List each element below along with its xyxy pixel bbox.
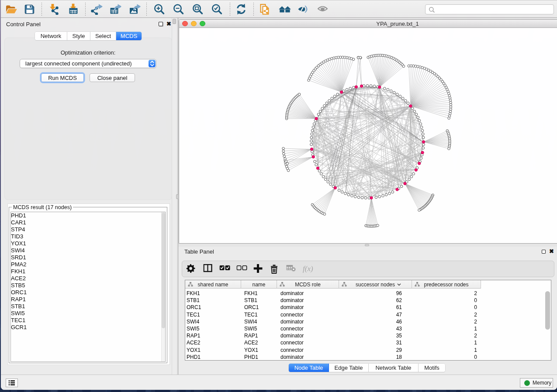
mcds-result-item[interactable]: ORC1 [11,289,166,296]
node-table-scrollbar[interactable] [545,289,550,360]
table-row[interactable]: SWI5SWI5connector431 [185,325,551,332]
table-cell: dominator [277,318,339,325]
mcds-result-item[interactable]: RAP1 [11,296,166,303]
mcds-result-item[interactable]: PHD1 [11,212,166,219]
search-box[interactable] [425,4,554,14]
tab-select[interactable]: Select [90,32,116,40]
copy-style-icon[interactable] [259,3,271,15]
export-table-icon[interactable] [110,3,121,15]
mcds-result-item[interactable]: STP4 [11,226,166,233]
zoom-fit-icon[interactable] [192,3,204,15]
column-header-shared-name[interactable]: shared name [185,280,241,289]
mcds-result-item[interactable]: TEC1 [11,317,166,324]
optimization-criterion-select[interactable]: largest connected component (undirected) [20,59,156,68]
table-row[interactable]: SWI4SWI4dominator462 [185,318,551,325]
destroy-table-icon[interactable] [287,264,298,274]
table-row[interactable]: STB1STB1dominator620 [185,297,551,304]
unselect-all-icon[interactable] [237,264,248,274]
network-graph[interactable] [179,28,557,244]
mcds-result-item[interactable]: FKH1 [11,268,166,275]
columns-icon[interactable] [204,264,214,274]
search-network-icon[interactable] [279,3,291,15]
table-cell: 0 [412,304,481,311]
table-cell: ACE2 [241,339,277,346]
scrollbar-thumb[interactable] [545,291,550,330]
table-float-panel-icon[interactable] [542,250,546,254]
status-bar: Memory [1,375,557,390]
mcds-result-item[interactable]: CAR1 [11,219,166,226]
scrollbar-thumb[interactable] [162,213,165,328]
table-row[interactable]: YOX1YOX1connector291 [185,347,551,354]
zoom-in-icon[interactable] [153,3,165,15]
mcds-result-item[interactable]: TID3 [11,233,166,240]
mcds-result-item[interactable]: STB5 [11,282,166,289]
column-header-successor-nodes[interactable]: successor nodes [339,280,412,289]
column-namespace-icon [280,282,285,287]
run-mcds-button[interactable]: Run MCDS [41,73,84,82]
control-panel-scrollbar[interactable] [172,18,176,375]
task-history-button[interactable] [6,378,18,387]
export-network-icon[interactable] [91,3,103,15]
close-panel-icon[interactable]: ✖ [166,21,171,27]
column-header-predecessor-nodes[interactable]: predecessor nodes [412,280,481,289]
select-all-icon[interactable] [220,264,231,274]
desktop: Control Panel ✖ NetworkStyleSelectMCDS O… [0,0,557,392]
table-row[interactable]: FKH1FKH1dominator962 [185,290,551,297]
import-table-icon[interactable] [68,3,80,15]
scrollbar-thumb[interactable] [173,19,176,24]
table-cell: SWI5 [185,325,241,332]
close-panel-button[interactable]: Close panel [90,73,135,82]
export-image-icon[interactable] [129,3,141,15]
show-all-icon[interactable] [318,3,329,15]
gear-icon[interactable] [187,264,197,274]
mcds-result-item[interactable]: STB1 [11,303,166,310]
toolbar-separator [253,3,254,16]
refresh-icon[interactable] [235,3,247,15]
mcds-result-item[interactable]: SWI5 [11,310,166,317]
network-window-titlebar[interactable]: YPA_prune.txt_1 [179,20,557,28]
table-cell: 61 [339,304,412,311]
table-cell: PHD1 [185,354,241,360]
float-panel-icon[interactable] [159,22,163,26]
delete-icon[interactable] [270,264,281,274]
mcds-result-item[interactable]: YOX1 [11,240,166,247]
mcds-result-item[interactable]: ACE2 [11,275,166,282]
memory-label: Memory [533,380,551,386]
horizontal-splitter-grip[interactable] [365,244,369,246]
save-session-icon[interactable] [24,3,36,15]
mcds-result-list[interactable]: PHD1CAR1STP4TID3YOX1SWI4SRD1PMA2FKH1ACE2… [10,212,166,362]
tab-network-table[interactable]: Network Table [369,364,419,372]
mcds-result-item[interactable]: SRD1 [11,254,166,261]
mcds-result-item[interactable]: PMA2 [11,261,166,268]
tab-motifs[interactable]: Motifs [419,364,445,372]
search-input[interactable] [437,5,550,14]
table-close-panel-icon[interactable]: ✖ [549,248,554,254]
column-header-MCDS-role[interactable]: MCDS role [277,280,339,289]
add-icon[interactable] [254,264,265,274]
zoom-out-icon[interactable] [173,3,184,15]
zoom-selected-icon[interactable] [211,3,223,15]
table-row[interactable]: PHD1PHD1dominator180 [185,354,551,360]
column-header-name[interactable]: name [241,280,277,289]
tab-style[interactable]: Style [67,32,90,40]
tab-edge-table[interactable]: Edge Table [329,364,369,372]
table-row[interactable]: TEC1TEC1connector472 [185,311,551,318]
tab-network[interactable]: Network [35,32,67,40]
mcds-result-item[interactable]: GCR1 [11,324,166,331]
mcds-result-item[interactable]: SWI4 [11,247,166,254]
table-row[interactable]: ACE2ACE2connector311 [185,339,551,346]
memory-button[interactable]: Memory [520,378,553,388]
table-row[interactable]: RAP1RAP1dominator352 [185,332,551,339]
table-row[interactable]: ORC1ORC1dominator610 [185,304,551,311]
function-builder-icon[interactable]: f(x) [303,265,313,273]
mcds-list-scrollbar[interactable] [161,212,165,361]
toolbar-separator [42,3,42,16]
network-canvas[interactable] [179,28,557,244]
table-toolbar: f(x) [182,261,554,277]
hide-selected-icon[interactable] [298,3,310,15]
open-session-icon[interactable] [6,3,17,15]
table-cell: dominator [277,297,339,304]
tab-node-table[interactable]: Node Table [289,364,329,372]
import-network-icon[interactable] [49,3,61,15]
tab-mcds[interactable]: MCDS [116,32,142,40]
